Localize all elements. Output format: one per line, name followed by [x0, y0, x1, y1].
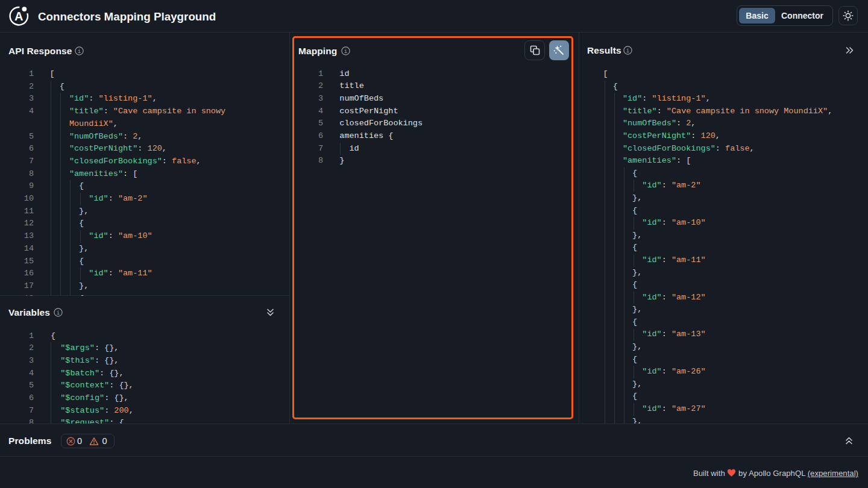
svg-text:A: A [14, 10, 23, 23]
svg-text:i: i [344, 49, 347, 55]
